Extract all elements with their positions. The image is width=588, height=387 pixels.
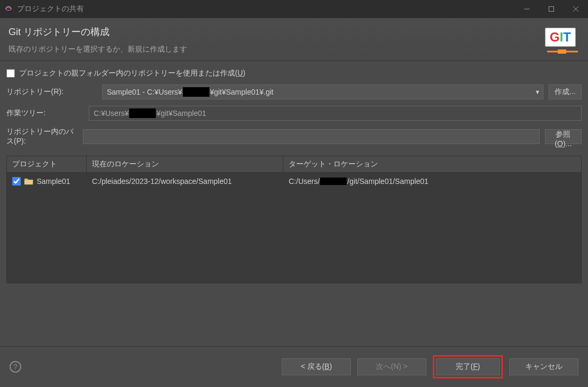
path-row: リポジトリー内のパス(P): 参照(O)... — [6, 127, 582, 146]
wizard-title: Git リポジトリーの構成 — [9, 26, 579, 38]
maximize-button[interactable] — [539, 0, 564, 18]
col-target-location[interactable]: ターゲット・ロケーション — [283, 156, 581, 172]
titlebar: プロジェクトの共有 — [0, 0, 588, 18]
worktree-field: C:¥Users¥¥git¥Sample01 — [89, 106, 582, 121]
eclipse-icon — [4, 5, 13, 13]
close-button[interactable] — [564, 0, 588, 18]
use-parent-folder-checkbox[interactable] — [6, 69, 15, 78]
redacted-username — [183, 87, 209, 97]
repository-select-wrap: Sample01 - C:¥Users¥¥git¥Sample01¥.git ▼ — [102, 85, 543, 99]
minimize-button[interactable] — [515, 0, 539, 18]
worktree-row: 作業ツリー: C:¥Users¥¥git¥Sample01 — [6, 106, 582, 121]
row-project-name: Sample01 — [37, 177, 70, 186]
folder-icon — [24, 178, 33, 185]
wizard-description: 既存のリポジトリーを選択するか、新規に作成します — [9, 45, 579, 54]
path-label: リポジトリー内のパス(P): — [6, 127, 78, 146]
use-parent-folder-row: プロジェクトの親フォルダー内のリポジトリーを使用または作成(U) — [6, 66, 582, 85]
wizard-footer: ? < 戻る(B) 次へ(N) > 完了(F) キャンセル — [0, 346, 588, 387]
wizard-header: Git リポジトリーの構成 既存のリポジトリーを選択するか、新規に作成します G… — [0, 18, 588, 61]
svg-rect-7 — [558, 49, 566, 54]
table-body: Sample01 C:/pleiades/2023-12/workspace/S… — [7, 173, 581, 283]
worktree-label: 作業ツリー: — [6, 108, 83, 118]
repository-row: リポジトリー(R): Sample01 - C:¥Users¥¥git¥Samp… — [6, 85, 582, 99]
svg-rect-3 — [549, 7, 554, 12]
cancel-button[interactable]: キャンセル — [509, 358, 578, 375]
cell-current: C:/pleiades/2023-12/workspace/Sample01 — [87, 173, 283, 190]
projects-table: プロジェクト 現在のロケーション ターゲット・ロケーション Sample01 C… — [6, 156, 582, 283]
create-button[interactable]: 作成... — [549, 85, 582, 99]
help-icon[interactable]: ? — [10, 361, 21, 373]
redacted-username — [129, 108, 156, 118]
row-checkbox[interactable] — [12, 177, 21, 186]
git-logo-icon: GIT — [545, 28, 579, 57]
browse-button[interactable]: 参照(O)... — [545, 129, 582, 144]
path-field[interactable] — [83, 129, 539, 144]
col-project[interactable]: プロジェクト — [7, 156, 87, 172]
repository-label: リポジトリー(R): — [6, 87, 97, 97]
back-button[interactable]: < 戻る(B) — [282, 358, 351, 375]
wizard-content: プロジェクトの親フォルダー内のリポジトリーを使用または作成(U) リポジトリー(… — [0, 61, 588, 346]
cell-target: C:/Users//git/Sample01/Sample01 — [283, 173, 581, 190]
table-header: プロジェクト 現在のロケーション ターゲット・ロケーション — [7, 156, 581, 173]
use-parent-folder-label: プロジェクトの親フォルダー内のリポジトリーを使用または作成(U) — [19, 69, 245, 78]
next-button[interactable]: 次へ(N) > — [357, 358, 426, 375]
cell-project: Sample01 — [7, 173, 87, 190]
redacted-username — [320, 178, 347, 185]
window-title: プロジェクトの共有 — [17, 4, 515, 14]
table-row[interactable]: Sample01 C:/pleiades/2023-12/workspace/S… — [7, 173, 581, 190]
col-current-location[interactable]: 現在のロケーション — [87, 156, 283, 172]
repository-select[interactable]: Sample01 - C:¥Users¥¥git¥Sample01¥.git — [102, 85, 543, 99]
finish-highlight: 完了(F) — [433, 355, 503, 378]
finish-button[interactable]: 完了(F) — [436, 358, 500, 375]
